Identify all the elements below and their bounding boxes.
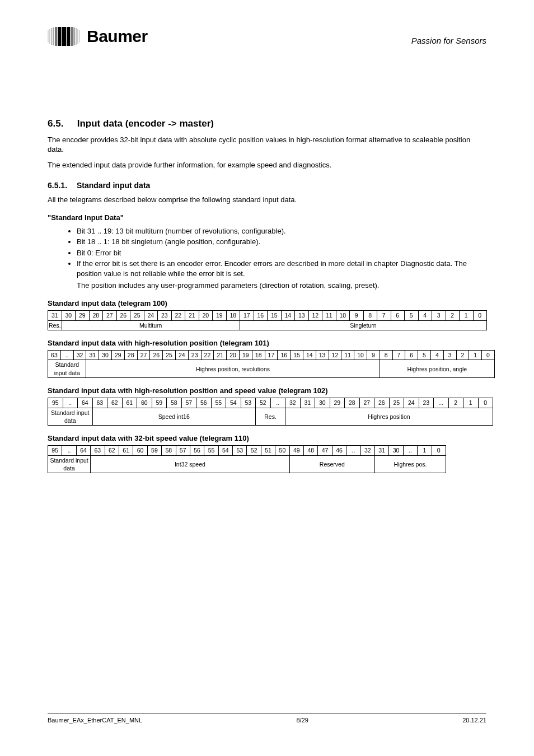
- bit-header: 2: [456, 351, 469, 360]
- bit-header: 19: [213, 311, 227, 320]
- page-footer: Baumer_EAx_EtherCAT_EN_MNL 8/29 20.12.21: [48, 713, 486, 724]
- bit-header: 11: [322, 311, 336, 320]
- bit-header: 0: [432, 446, 446, 455]
- bit-header: 16: [278, 351, 291, 360]
- bit-header: 13: [316, 351, 329, 360]
- footer-right: 20.12.21: [462, 717, 486, 724]
- bit-header: 23: [188, 351, 201, 360]
- bit-header: 60: [133, 446, 147, 455]
- bit-header: 25: [389, 398, 404, 408]
- paragraph: The extended input data provide further …: [48, 160, 486, 170]
- bitfield-table: 3130292827262524232221201918171615141312…: [48, 310, 487, 330]
- paragraph: The position includes any user-programme…: [77, 281, 486, 291]
- bit-header: 57: [176, 446, 190, 455]
- bit-header: 24: [175, 351, 188, 360]
- bit-header: 47: [318, 446, 332, 455]
- bit-header: 26: [116, 311, 130, 320]
- bit-header: 62: [107, 398, 123, 408]
- bit-header: 51: [261, 446, 275, 455]
- bit-header: 63: [48, 351, 61, 360]
- bit-header: 62: [105, 446, 119, 455]
- subsection-number: 6.5.1.: [48, 180, 74, 191]
- bit-header: 63: [92, 398, 107, 408]
- bit-header: 14: [303, 351, 316, 360]
- bit-header: 2: [446, 311, 460, 320]
- bit-header: 1: [463, 398, 479, 408]
- bit-header: 27: [137, 351, 150, 360]
- bit-span: Int32 speed: [91, 455, 289, 473]
- bit-header: 25: [163, 351, 176, 360]
- bit-header: 59: [147, 446, 161, 455]
- bit-header: 20: [227, 351, 240, 360]
- bit-header: 29: [330, 398, 345, 408]
- document-body: 6.5. Input data (encoder -> master) The …: [48, 67, 486, 473]
- bit-header: 28: [124, 351, 137, 360]
- bit-span: Standard input data: [48, 408, 93, 425]
- bit-header: ..: [62, 446, 76, 455]
- bit-header: 31: [374, 446, 388, 455]
- bit-header: 1: [418, 446, 432, 455]
- bit-header: 48: [304, 446, 318, 455]
- table-title: Standard input data with high-resolution…: [48, 338, 486, 348]
- bit-span: Standard input data: [48, 360, 86, 377]
- svg-rect-6: [62, 27, 66, 46]
- bit-span: Highres position: [285, 408, 493, 425]
- bit-header: 23: [158, 311, 172, 320]
- bit-header: 19: [239, 351, 252, 360]
- bullet-list: Bit 31 .. 19: 13 bit multiturn (number o…: [77, 226, 486, 279]
- bit-header: 53: [241, 398, 256, 408]
- bit-header: 31: [86, 351, 99, 360]
- bit-header: 8: [380, 351, 392, 360]
- bit-header: 29: [111, 351, 124, 360]
- bit-header: 58: [167, 398, 182, 408]
- std-heading: "Standard Input Data": [48, 213, 486, 223]
- bit-header: 52: [256, 398, 271, 408]
- bit-span: Multiturn: [62, 320, 240, 330]
- bit-header: 30: [62, 311, 76, 320]
- bit-header: 60: [137, 398, 152, 408]
- bit-header: 22: [171, 311, 185, 320]
- bit-header: 32: [285, 398, 301, 408]
- bit-span: Highres pos.: [374, 455, 446, 473]
- bit-header: 46: [332, 446, 346, 455]
- bit-header: 0: [482, 351, 495, 360]
- bit-header: 27: [359, 398, 374, 408]
- bitfield-table: 95..646362616059585756555453525150494847…: [48, 445, 446, 473]
- paragraph: The encoder provides 32-bit input data w…: [48, 135, 486, 155]
- bit-header: 30: [315, 398, 330, 408]
- page-header: Baumer Passion for Sensors: [48, 0, 486, 67]
- bit-header: 16: [254, 311, 268, 320]
- bit-header: 64: [78, 398, 93, 408]
- bit-header: 10: [336, 311, 350, 320]
- footer-left: Baumer_EAx_EtherCAT_EN_MNL: [48, 717, 142, 724]
- bit-header: 5: [418, 351, 431, 360]
- bit-header: 29: [76, 311, 90, 320]
- svg-rect-4: [55, 27, 57, 46]
- table-title: Standard input data with 32-bit speed va…: [48, 433, 486, 444]
- bit-header: 17: [265, 351, 278, 360]
- svg-rect-8: [71, 27, 73, 46]
- bit-header: 9: [350, 311, 364, 320]
- bit-header: ..: [346, 446, 360, 455]
- svg-rect-0: [48, 30, 49, 43]
- bit-header: 4: [430, 351, 443, 360]
- bit-header: 13: [295, 311, 309, 320]
- bit-header: 55: [211, 398, 226, 408]
- bit-header: ...: [434, 398, 449, 408]
- svg-rect-1: [49, 29, 50, 44]
- section-heading: 6.5. Input data (encoder -> master): [48, 118, 486, 130]
- bit-header: 7: [392, 351, 405, 360]
- section-title: Input data (encoder -> master): [77, 118, 214, 129]
- bit-header: 24: [144, 311, 158, 320]
- logo-mark-icon: [48, 27, 80, 46]
- bit-header: 0: [478, 398, 493, 408]
- bit-header: 17: [240, 311, 254, 320]
- table-title: Standard input data with high-resolution…: [48, 386, 486, 396]
- bit-header: 10: [354, 351, 367, 360]
- bit-header: 18: [252, 351, 265, 360]
- bit-header: 1: [469, 351, 482, 360]
- bit-header: 3: [443, 351, 456, 360]
- list-item: Bit 0: Error bit: [77, 248, 486, 258]
- bit-header: 53: [233, 446, 247, 455]
- bit-span: Res.: [256, 408, 285, 425]
